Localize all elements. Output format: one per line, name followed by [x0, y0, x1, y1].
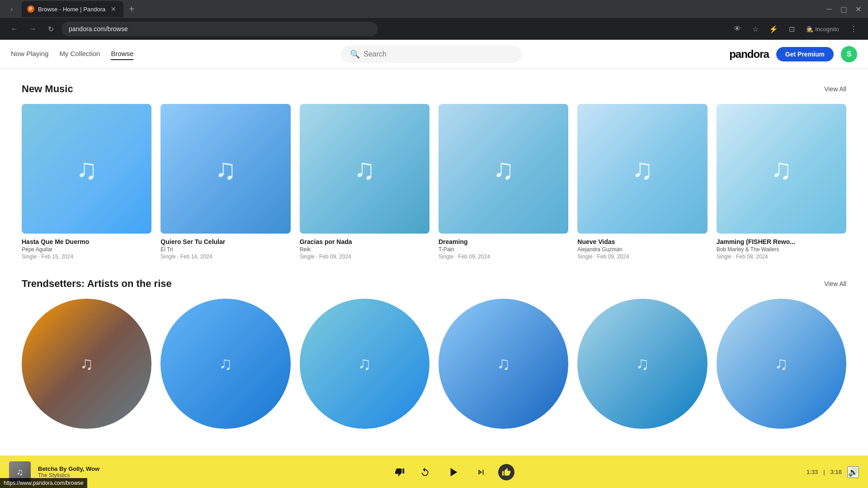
new-music-grid: ♫ Hasta Que Me Duermo Pepe Aguilar Singl…: [22, 104, 846, 260]
music-note-icon-4: ♫: [493, 152, 514, 186]
music-note-icon-1: ♫: [76, 152, 98, 186]
tab-navigation: ‹: [4, 3, 20, 15]
new-tab-button[interactable]: +: [125, 3, 138, 15]
card-title-1: Hasta Que Me Duermo: [22, 238, 151, 245]
close-window-button[interactable]: ✕: [852, 3, 864, 15]
card-art-2: ♫: [160, 104, 290, 234]
music-card-5[interactable]: ♫ Nueve Vidas Alejandra Guzmán Single · …: [577, 104, 707, 260]
music-note-icon-3: ♫: [354, 152, 375, 186]
extension-icon[interactable]: ⚡: [766, 22, 781, 36]
eye-slash-icon[interactable]: 👁: [730, 22, 745, 36]
np-track-title: Betcha By Golly, Wow: [38, 465, 99, 472]
search-input[interactable]: [363, 50, 513, 58]
card-meta-4: Single · Feb 09, 2024: [439, 253, 568, 260]
refresh-button[interactable]: ↻: [43, 22, 58, 36]
tab-nav-prev[interactable]: ‹: [5, 3, 18, 15]
incognito-label: Incognito: [815, 26, 839, 33]
forward-button[interactable]: →: [25, 22, 40, 36]
back-button[interactable]: ←: [7, 22, 22, 36]
np-track-artist: The Stylistics: [38, 472, 99, 479]
nav-browse[interactable]: Browse: [111, 48, 133, 60]
card-art-1: ♫: [22, 104, 151, 234]
card-artist-4: T-Pain: [439, 246, 568, 253]
music-card-1[interactable]: ♫ Hasta Que Me Duermo Pepe Aguilar Singl…: [22, 104, 151, 260]
tab-title: Browse - Home | Pandora: [38, 6, 105, 13]
artist-card-6[interactable]: ♫: [717, 299, 846, 433]
trendsetters-section-header: Trendsetters: Artists on the rise View A…: [22, 278, 846, 290]
nav-now-playing[interactable]: Now Playing: [11, 48, 48, 60]
card-title-2: Quiero Ser Tu Celular: [160, 238, 290, 245]
nav-links: Now Playing My Collection Browse: [11, 48, 133, 60]
toolbar-right: 👁 ☆ ⚡ ⊡ 🕵 Incognito ⋮: [730, 22, 861, 36]
artist-art-4: ♫: [439, 299, 568, 428]
skip-button[interactable]: [473, 464, 489, 480]
card-art-4: ♫: [439, 104, 568, 234]
maximize-button[interactable]: ▢: [837, 3, 850, 15]
tab-bar: ‹ P Browse - Home | Pandora ✕ + ─ ▢ ✕: [0, 0, 868, 18]
now-playing-bar: ♫ Betcha By Golly, Wow The Stylistics: [0, 455, 868, 488]
card-meta-1: Single · Feb 15, 2024: [22, 253, 151, 260]
get-premium-button[interactable]: Get Premium: [776, 47, 834, 61]
music-card-4[interactable]: ♫ Dreaming T-Pain Single · Feb 09, 2024: [439, 104, 568, 260]
card-meta-5: Single · Feb 09, 2024: [577, 253, 707, 260]
music-note-icon-6: ♫: [770, 152, 792, 186]
card-title-5: Nueve Vidas: [577, 238, 707, 245]
volume-button[interactable]: 🔊: [847, 466, 859, 478]
play-pause-button[interactable]: [442, 461, 464, 483]
np-time-total: 3:18: [830, 469, 842, 475]
artist-card-5[interactable]: ♫: [577, 299, 707, 433]
music-card-6[interactable]: ♫ Jamming (FISHER Rewo... Bob Marley & T…: [717, 104, 846, 260]
artist-card-2[interactable]: ♫: [160, 299, 290, 433]
window-controls: ─ ▢ ✕: [823, 3, 864, 15]
main-content: New Music View All ♫ Hasta Que Me Duermo…: [0, 69, 868, 455]
active-tab[interactable]: P Browse - Home | Pandora ✕: [22, 1, 123, 17]
card-artist-3: Reik: [300, 246, 429, 253]
search-bar-wrap: 🔍: [148, 46, 715, 63]
incognito-icon: 🕵: [806, 26, 813, 33]
card-artist-6: Bob Marley & The Wailers: [717, 246, 846, 253]
card-artist-2: El Tri: [160, 246, 290, 253]
np-controls: [107, 461, 799, 483]
new-music-title: New Music: [22, 83, 73, 95]
artist-card-3[interactable]: ♫: [300, 299, 429, 433]
menu-button[interactable]: ⋮: [846, 22, 861, 36]
artist-art-2: ♫: [160, 299, 290, 428]
profile-icon[interactable]: ⊡: [784, 22, 799, 36]
card-title-4: Dreaming: [439, 238, 568, 245]
pandora-app: Now Playing My Collection Browse 🔍 pando…: [0, 40, 868, 488]
header-right: pandora Get Premium S: [729, 46, 857, 62]
artist-art-5: ♫: [577, 299, 707, 428]
trendsetters-view-all[interactable]: View All: [824, 280, 846, 287]
trendsetters-grid: ♫ ♫ ♫ ♫ ♫: [22, 299, 846, 433]
artist-art-1: ♫: [22, 299, 151, 428]
bookmark-icon[interactable]: ☆: [748, 22, 763, 36]
trendsetters-title: Trendsetters: Artists on the rise: [22, 278, 172, 290]
url-input[interactable]: [61, 22, 378, 36]
replay-button[interactable]: [417, 464, 433, 480]
music-card-3[interactable]: ♫ Gracias por Nada Reik Single · Feb 09,…: [300, 104, 429, 260]
card-title-6: Jamming (FISHER Rewo...: [717, 238, 846, 245]
artist-card-1[interactable]: ♫: [22, 299, 151, 433]
card-art-3: ♫: [300, 104, 429, 234]
card-meta-3: Single · Feb 09, 2024: [300, 253, 429, 260]
incognito-button[interactable]: 🕵 Incognito: [802, 24, 843, 34]
artist-card-4[interactable]: ♫: [439, 299, 568, 433]
artist-art-6: ♫: [717, 299, 846, 428]
thumbs-down-button[interactable]: [392, 464, 408, 480]
np-time-divider: |: [823, 469, 825, 475]
music-note-icon-5: ♫: [632, 152, 653, 186]
tab-favicon: P: [27, 5, 34, 13]
url-tooltip: https://www.pandora.com/browse: [0, 478, 87, 488]
app-header: Now Playing My Collection Browse 🔍 pando…: [0, 40, 868, 69]
nav-my-collection[interactable]: My Collection: [59, 48, 100, 60]
new-music-view-all[interactable]: View All: [824, 85, 846, 93]
minimize-button[interactable]: ─: [823, 3, 835, 15]
user-avatar[interactable]: S: [841, 46, 857, 62]
np-track-info: Betcha By Golly, Wow The Stylistics: [38, 465, 99, 479]
card-meta-2: Single · Feb 14, 2024: [160, 253, 290, 260]
thumbs-up-button[interactable]: [498, 464, 514, 480]
card-meta-6: Single · Feb 08, 2024: [717, 253, 846, 260]
tab-close-button[interactable]: ✕: [109, 5, 118, 14]
music-card-2[interactable]: ♫ Quiero Ser Tu Celular El Tri Single · …: [160, 104, 290, 260]
card-artist-1: Pepe Aguilar: [22, 246, 151, 253]
